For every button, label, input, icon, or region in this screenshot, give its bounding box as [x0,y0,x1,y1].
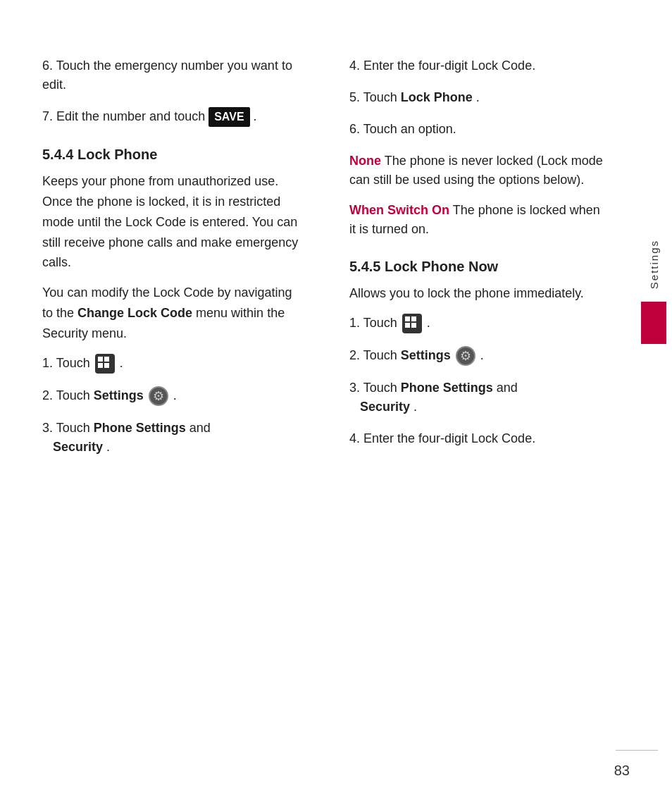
option-none: None The phone is never locked (Lock mod… [349,152,607,190]
step-3-544-text: 3. Touch Phone Settings and Security . [42,419,300,457]
step-3-544-phone: Phone Settings [94,421,186,435]
apps-icon-2 [402,314,422,333]
step-2-545-period: . [480,348,484,362]
step-4-545-content: 4. Enter the four-digit Lock Code. [349,431,535,445]
step-5-num: 5. Touch [349,90,401,104]
step-1-544-num: 1. Touch [42,356,94,370]
left-column: 6. Touch the emergency number you want t… [42,56,314,765]
step-2-545-settings: Settings [401,348,454,362]
step-1-544: 1. Touch . [42,354,300,374]
step-1-544-text: 1. Touch . [42,354,300,374]
step-2-544: 2. Touch Settings . [42,386,300,406]
step-1-545: 1. Touch . [349,314,607,333]
step-6-content: Touch the emergency number you want to e… [42,58,292,92]
step-6-right: 6. Touch an option. [349,120,607,139]
sidebar: Settings [635,0,672,807]
section-545-body: Allows you to lock the phone immediately… [349,283,607,304]
step-3-545-security: Security [349,400,410,414]
step-1-544-period: . [120,356,123,370]
step-6-left: 6. Touch the emergency number you want t… [42,56,300,94]
step-1-545-period: . [427,316,430,330]
body2-bold: Change Lock Code [77,306,192,320]
section-545-heading: 5.4.5 Lock Phone Now [349,259,607,275]
step-7-content: Edit the number and touch [56,109,209,123]
page-container: 6. Touch the emergency number you want t… [0,0,672,807]
step-5-lock-phone: Lock Phone [401,90,473,104]
none-body: The phone is never locked (Lock mode can… [349,154,603,187]
sidebar-bar [641,302,666,344]
step-4-right-top-text: 4. Enter the four-digit Lock Code. [349,56,607,75]
step-6-right-text: 6. Touch an option. [349,120,607,139]
step-4-top-num: 4. Enter the four-digit Lock Code. [349,58,535,73]
settings-icon-2 [456,346,475,366]
step-3-545-and: and [497,381,518,395]
apps-icon-1 [95,354,115,374]
step-5-period: . [476,90,480,104]
right-column: 4. Enter the four-digit Lock Code. 5. To… [342,56,607,765]
step-2-545-num: 2. Touch [349,348,401,362]
step-3-545-text: 3. Touch Phone Settings and Security . [349,378,607,417]
sidebar-label: Settings [648,240,660,289]
step-7-text: 7. Edit the number and touch SAVE . [42,107,300,127]
section-544-body1: Keeps your phone from unauthorized use. … [42,171,300,273]
page-divider [616,750,658,751]
step-7-number: 7. [42,109,53,123]
step-2-544-period: . [173,388,177,402]
step-7-left: 7. Edit the number and touch SAVE . [42,107,300,127]
option-when-switch: When Switch On The phone is locked when … [349,201,607,239]
step-1-545-num: 1. Touch [349,316,401,330]
step-3-544-period: . [106,440,110,454]
section-544-body2: You can modify the Lock Code by navigati… [42,283,300,343]
step-3-545-phone: Phone Settings [401,381,493,395]
save-badge: SAVE [209,107,249,127]
settings-icon-1 [149,386,168,406]
none-label: None [349,154,381,168]
step-2-544-settings: Settings [94,388,147,402]
step-6-right-content: 6. Touch an option. [349,122,456,136]
step-6-number: 6. [42,58,53,73]
step-3-544-security: Security [42,440,103,454]
step-3-545-period: . [413,400,417,414]
when-switch-label: When Switch On [349,203,449,217]
step-4-545-text: 4. Enter the four-digit Lock Code. [349,429,607,448]
step-2-544-text: 2. Touch Settings . [42,386,300,406]
step-3-544-num: 3. Touch [42,421,94,435]
step-2-545-text: 2. Touch Settings . [349,346,607,366]
page-number: 83 [614,763,630,779]
step-3-544-and: and [189,421,211,435]
step-5-right: 5. Touch Lock Phone . [349,88,607,107]
step-4-545: 4. Enter the four-digit Lock Code. [349,429,607,448]
step-2-545: 2. Touch Settings . [349,346,607,366]
main-content: 6. Touch the emergency number you want t… [0,0,635,807]
step-3-545-num: 3. Touch [349,381,401,395]
step-1-545-text: 1. Touch . [349,314,607,333]
section-544-heading: 5.4.4 Lock Phone [42,147,300,163]
step-6-text: 6. Touch the emergency number you want t… [42,56,300,94]
step-4-right-top: 4. Enter the four-digit Lock Code. [349,56,607,75]
option-none-text: None The phone is never locked (Lock mod… [349,152,607,190]
step-3-544: 3. Touch Phone Settings and Security . [42,419,300,457]
option-when-text: When Switch On The phone is locked when … [349,201,607,239]
step-2-544-num: 2. Touch [42,388,94,402]
step-3-545: 3. Touch Phone Settings and Security . [349,378,607,417]
step-7-period: . [254,109,257,123]
step-5-right-text: 5. Touch Lock Phone . [349,88,607,107]
